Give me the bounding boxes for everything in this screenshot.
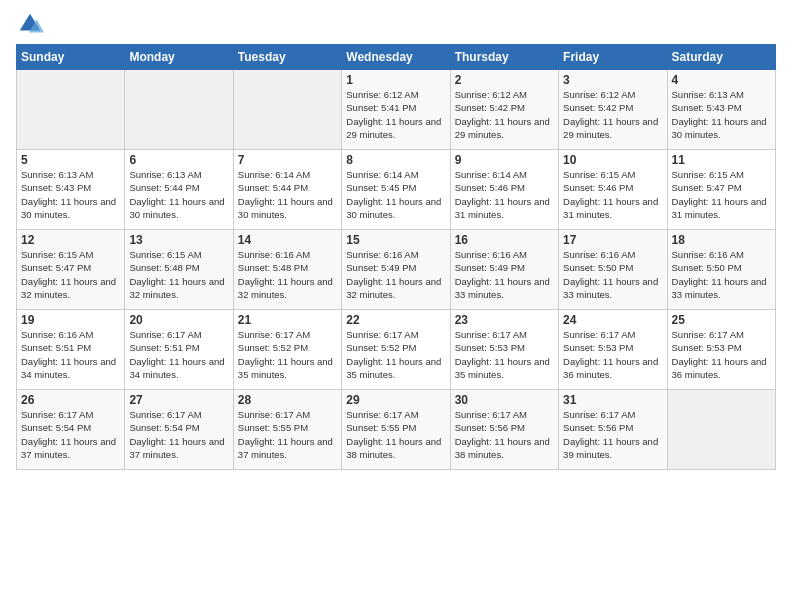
calendar-cell: 4Sunrise: 6:13 AM Sunset: 5:43 PM Daylig… [667, 70, 775, 150]
day-number: 21 [238, 313, 337, 327]
day-number: 13 [129, 233, 228, 247]
day-info: Sunrise: 6:13 AM Sunset: 5:44 PM Dayligh… [129, 168, 228, 221]
calendar-cell: 13Sunrise: 6:15 AM Sunset: 5:48 PM Dayli… [125, 230, 233, 310]
day-number: 4 [672, 73, 771, 87]
day-number: 27 [129, 393, 228, 407]
page: SundayMondayTuesdayWednesdayThursdayFrid… [0, 0, 792, 612]
day-info: Sunrise: 6:12 AM Sunset: 5:42 PM Dayligh… [563, 88, 662, 141]
day-info: Sunrise: 6:15 AM Sunset: 5:47 PM Dayligh… [21, 248, 120, 301]
day-number: 29 [346, 393, 445, 407]
calendar-cell: 6Sunrise: 6:13 AM Sunset: 5:44 PM Daylig… [125, 150, 233, 230]
day-info: Sunrise: 6:16 AM Sunset: 5:49 PM Dayligh… [346, 248, 445, 301]
day-number: 30 [455, 393, 554, 407]
day-info: Sunrise: 6:14 AM Sunset: 5:45 PM Dayligh… [346, 168, 445, 221]
calendar-cell: 30Sunrise: 6:17 AM Sunset: 5:56 PM Dayli… [450, 390, 558, 470]
calendar-cell: 20Sunrise: 6:17 AM Sunset: 5:51 PM Dayli… [125, 310, 233, 390]
calendar-cell: 11Sunrise: 6:15 AM Sunset: 5:47 PM Dayli… [667, 150, 775, 230]
calendar-cell: 24Sunrise: 6:17 AM Sunset: 5:53 PM Dayli… [559, 310, 667, 390]
calendar-cell: 21Sunrise: 6:17 AM Sunset: 5:52 PM Dayli… [233, 310, 341, 390]
day-info: Sunrise: 6:16 AM Sunset: 5:49 PM Dayligh… [455, 248, 554, 301]
calendar-week-4: 19Sunrise: 6:16 AM Sunset: 5:51 PM Dayli… [17, 310, 776, 390]
day-number: 22 [346, 313, 445, 327]
calendar-cell: 27Sunrise: 6:17 AM Sunset: 5:54 PM Dayli… [125, 390, 233, 470]
day-number: 19 [21, 313, 120, 327]
calendar-cell: 17Sunrise: 6:16 AM Sunset: 5:50 PM Dayli… [559, 230, 667, 310]
day-info: Sunrise: 6:17 AM Sunset: 5:53 PM Dayligh… [672, 328, 771, 381]
day-number: 3 [563, 73, 662, 87]
day-info: Sunrise: 6:13 AM Sunset: 5:43 PM Dayligh… [672, 88, 771, 141]
calendar-cell: 10Sunrise: 6:15 AM Sunset: 5:46 PM Dayli… [559, 150, 667, 230]
day-info: Sunrise: 6:17 AM Sunset: 5:53 PM Dayligh… [455, 328, 554, 381]
day-info: Sunrise: 6:17 AM Sunset: 5:52 PM Dayligh… [238, 328, 337, 381]
day-header-thursday: Thursday [450, 45, 558, 70]
day-info: Sunrise: 6:12 AM Sunset: 5:41 PM Dayligh… [346, 88, 445, 141]
day-info: Sunrise: 6:16 AM Sunset: 5:48 PM Dayligh… [238, 248, 337, 301]
day-number: 16 [455, 233, 554, 247]
calendar-cell: 28Sunrise: 6:17 AM Sunset: 5:55 PM Dayli… [233, 390, 341, 470]
calendar-cell: 18Sunrise: 6:16 AM Sunset: 5:50 PM Dayli… [667, 230, 775, 310]
day-header-friday: Friday [559, 45, 667, 70]
calendar-header-row: SundayMondayTuesdayWednesdayThursdayFrid… [17, 45, 776, 70]
day-info: Sunrise: 6:13 AM Sunset: 5:43 PM Dayligh… [21, 168, 120, 221]
header [16, 10, 776, 38]
day-number: 7 [238, 153, 337, 167]
calendar-cell [17, 70, 125, 150]
day-number: 20 [129, 313, 228, 327]
calendar-cell: 31Sunrise: 6:17 AM Sunset: 5:56 PM Dayli… [559, 390, 667, 470]
day-info: Sunrise: 6:17 AM Sunset: 5:53 PM Dayligh… [563, 328, 662, 381]
calendar-cell: 14Sunrise: 6:16 AM Sunset: 5:48 PM Dayli… [233, 230, 341, 310]
day-header-saturday: Saturday [667, 45, 775, 70]
logo [16, 10, 48, 38]
day-info: Sunrise: 6:17 AM Sunset: 5:56 PM Dayligh… [455, 408, 554, 461]
calendar-cell: 22Sunrise: 6:17 AM Sunset: 5:52 PM Dayli… [342, 310, 450, 390]
calendar-cell [233, 70, 341, 150]
calendar-cell: 7Sunrise: 6:14 AM Sunset: 5:44 PM Daylig… [233, 150, 341, 230]
day-info: Sunrise: 6:12 AM Sunset: 5:42 PM Dayligh… [455, 88, 554, 141]
day-info: Sunrise: 6:15 AM Sunset: 5:48 PM Dayligh… [129, 248, 228, 301]
day-number: 25 [672, 313, 771, 327]
calendar-cell: 19Sunrise: 6:16 AM Sunset: 5:51 PM Dayli… [17, 310, 125, 390]
day-header-wednesday: Wednesday [342, 45, 450, 70]
day-number: 28 [238, 393, 337, 407]
calendar-cell: 25Sunrise: 6:17 AM Sunset: 5:53 PM Dayli… [667, 310, 775, 390]
day-number: 24 [563, 313, 662, 327]
day-header-tuesday: Tuesday [233, 45, 341, 70]
calendar-table: SundayMondayTuesdayWednesdayThursdayFrid… [16, 44, 776, 470]
day-number: 1 [346, 73, 445, 87]
calendar-week-5: 26Sunrise: 6:17 AM Sunset: 5:54 PM Dayli… [17, 390, 776, 470]
day-info: Sunrise: 6:15 AM Sunset: 5:47 PM Dayligh… [672, 168, 771, 221]
day-info: Sunrise: 6:17 AM Sunset: 5:55 PM Dayligh… [238, 408, 337, 461]
calendar-cell: 23Sunrise: 6:17 AM Sunset: 5:53 PM Dayli… [450, 310, 558, 390]
day-info: Sunrise: 6:14 AM Sunset: 5:46 PM Dayligh… [455, 168, 554, 221]
calendar-cell: 8Sunrise: 6:14 AM Sunset: 5:45 PM Daylig… [342, 150, 450, 230]
day-header-monday: Monday [125, 45, 233, 70]
day-info: Sunrise: 6:17 AM Sunset: 5:56 PM Dayligh… [563, 408, 662, 461]
day-info: Sunrise: 6:17 AM Sunset: 5:52 PM Dayligh… [346, 328, 445, 381]
day-number: 6 [129, 153, 228, 167]
day-number: 26 [21, 393, 120, 407]
day-info: Sunrise: 6:15 AM Sunset: 5:46 PM Dayligh… [563, 168, 662, 221]
calendar-week-2: 5Sunrise: 6:13 AM Sunset: 5:43 PM Daylig… [17, 150, 776, 230]
logo-icon [16, 10, 44, 38]
calendar-cell: 1Sunrise: 6:12 AM Sunset: 5:41 PM Daylig… [342, 70, 450, 150]
calendar-week-1: 1Sunrise: 6:12 AM Sunset: 5:41 PM Daylig… [17, 70, 776, 150]
day-number: 8 [346, 153, 445, 167]
day-info: Sunrise: 6:17 AM Sunset: 5:54 PM Dayligh… [129, 408, 228, 461]
day-number: 10 [563, 153, 662, 167]
calendar-cell [667, 390, 775, 470]
day-number: 31 [563, 393, 662, 407]
calendar-cell: 5Sunrise: 6:13 AM Sunset: 5:43 PM Daylig… [17, 150, 125, 230]
calendar-cell: 9Sunrise: 6:14 AM Sunset: 5:46 PM Daylig… [450, 150, 558, 230]
calendar-cell [125, 70, 233, 150]
day-number: 11 [672, 153, 771, 167]
day-info: Sunrise: 6:16 AM Sunset: 5:51 PM Dayligh… [21, 328, 120, 381]
calendar-cell: 3Sunrise: 6:12 AM Sunset: 5:42 PM Daylig… [559, 70, 667, 150]
day-number: 15 [346, 233, 445, 247]
day-info: Sunrise: 6:16 AM Sunset: 5:50 PM Dayligh… [672, 248, 771, 301]
calendar-cell: 2Sunrise: 6:12 AM Sunset: 5:42 PM Daylig… [450, 70, 558, 150]
day-info: Sunrise: 6:17 AM Sunset: 5:51 PM Dayligh… [129, 328, 228, 381]
calendar-cell: 26Sunrise: 6:17 AM Sunset: 5:54 PM Dayli… [17, 390, 125, 470]
calendar-cell: 16Sunrise: 6:16 AM Sunset: 5:49 PM Dayli… [450, 230, 558, 310]
day-number: 17 [563, 233, 662, 247]
day-info: Sunrise: 6:17 AM Sunset: 5:54 PM Dayligh… [21, 408, 120, 461]
